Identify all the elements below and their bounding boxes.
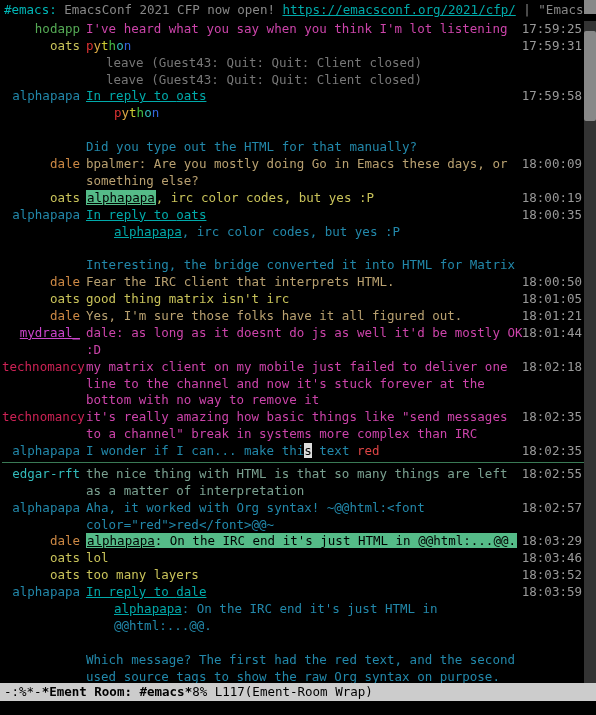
message-body: Aha, it worked with Org syntax! ~@@html:… [86,500,594,534]
compose-a: I wonder if I can... make thi [86,443,304,458]
mention[interactable]: alphapapa [86,190,156,205]
topic-text-1: EmacsConf 2021 CFP now open! [64,2,282,17]
message-row: dale Yes, I'm sure those folks have it a… [2,308,594,325]
modeline-mode: (Ement-Room Wrap) [245,684,373,701]
message-body: Which message? The first had the red tex… [86,652,594,683]
timestamp: 18:00:35 [522,207,582,224]
message-row: oats too many layers 18:03:52 [2,567,594,584]
message-row: oats alphapapa, irc color codes, but yes… [2,190,594,207]
nick: oats [2,190,86,207]
modeline-flags: -:%*- [4,684,42,701]
nick: dale [2,533,86,550]
quoted-row: alphapapa, irc color codes, but yes :P [2,224,594,241]
quoted-row: alphapapa: On the IRC end it's just HTML… [2,601,594,635]
nick: technomancy [2,409,86,426]
compose-row[interactable]: alphapapa I wonder if I can... make this… [2,443,594,460]
rb: n [124,38,132,53]
quoted-body: python [86,105,594,122]
timestamp: 17:59:25 [522,21,582,38]
nick: mydraal_ [2,325,86,342]
message-body: Fear the IRC client that interprets HTML… [86,274,594,291]
in-reply-to[interactable]: In reply to [86,88,176,103]
message-body: too many layers [86,567,594,584]
room-name: #emacs [4,2,49,17]
timestamp: 18:03:29 [522,533,582,550]
chat-area[interactable]: hodapp I've heard what you say when you … [0,21,596,683]
server-message: leave (Guest43: Quit: Quit: Client close… [86,72,594,89]
message-body: Yes, I'm sure those folks have it all fi… [86,308,594,325]
message-row: alphapapa In reply to oats 17:59:58 [2,88,594,105]
message-row: Did you type out the HTML for that manua… [2,139,594,156]
quoted-mention[interactable]: alphapapa [114,224,182,239]
cursor: s [304,443,312,458]
timestamp: 17:59:31 [522,38,582,55]
in-reply-to[interactable]: In reply to [86,584,176,599]
message-row: hodapp I've heard what you say when you … [2,21,594,38]
server-row: leave (Guest43: Quit: Quit: Client close… [2,72,594,89]
message-row: dale alphapapa: On the IRC end it's just… [2,533,594,550]
message-body: lol [86,550,594,567]
modeline-buffer: *Ement Room: #emacs* [42,684,193,701]
scrollbar[interactable] [584,21,596,683]
topic-bar: #emacs: EmacsConf 2021 CFP now open! htt… [0,0,596,21]
timestamp: 18:02:57 [522,500,582,517]
minibuffer[interactable] [0,701,596,715]
message-row: oats good thing matrix isn't irc 18:01:0… [2,291,594,308]
modeline: -:%*- *Ement Room: #emacs* 8% L117 (Emen… [0,683,596,701]
scrollbar-thumb[interactable] [584,31,596,121]
timestamp: 18:03:59 [522,584,582,601]
message-row: oats python 17:59:31 [2,38,594,55]
nick: oats [2,291,86,308]
nick: dale [2,274,86,291]
topic-sep-2: | [516,2,539,17]
rb: h [137,105,145,120]
message-body: Interesting, the bridge converted it int… [86,257,594,274]
message-row: alphapapa In reply to dale 18:03:59 [2,584,594,601]
timestamp: 18:01:44 [522,325,582,342]
emacs-window: #emacs: EmacsConf 2021 CFP now open! htt… [0,0,596,715]
rb: t [101,38,109,53]
message-row: alphapapa In reply to oats 18:00:35 [2,207,594,224]
timestamp: 18:02:35 [522,409,582,426]
rb: o [116,38,124,53]
message-body: good thing matrix isn't irc [86,291,594,308]
rb: y [122,105,130,120]
rb: t [129,105,137,120]
timestamp: 18:03:46 [522,550,582,567]
reply-target[interactable]: oats [176,88,206,103]
hscroll-thumb[interactable] [584,0,596,14]
in-reply-to[interactable]: In reply to [86,207,176,222]
nick: oats [2,38,86,55]
message-body: Did you type out the HTML for that manua… [86,139,594,156]
message-row: technomancy it's really amazing how basi… [2,409,594,443]
message-row: edgar-rft the nice thing with HTML is th… [2,466,594,500]
rb: p [86,38,94,53]
nick: alphapapa [2,88,86,105]
quoted-mention[interactable]: alphapapa [114,601,182,616]
timestamp: 18:03:52 [522,567,582,584]
rb: y [94,38,102,53]
timestamp: 18:00:50 [522,274,582,291]
timestamp: 18:00:19 [522,190,582,207]
message-row: dale Fear the IRC client that interprets… [2,274,594,291]
divider [2,462,594,463]
mention[interactable]: alphapapa [87,533,155,548]
message-row: dale bpalmer: Are you mostly doing Go in… [2,156,594,190]
compose-b: text [312,443,357,458]
quoted-row: python [2,105,594,122]
message-body: In reply to oats [86,207,594,224]
message-body: alphapapa, irc color codes, but yes :P [86,190,594,207]
rb: p [114,105,122,120]
timestamp: 18:01:21 [522,308,582,325]
timestamp: 17:59:58 [522,88,582,105]
message-row: oats lol 18:03:46 [2,550,594,567]
topic-link[interactable]: https://emacsconf.org/2021/cfp/ [282,2,515,17]
reply-target[interactable]: oats [176,207,206,222]
nick: alphapapa [2,207,86,224]
reply-target[interactable]: dale [176,584,206,599]
nick: dale [2,156,86,173]
message-body: my matrix client on my mobile just faile… [86,359,594,410]
modeline-pos: 8% L117 [192,684,245,701]
compose-text[interactable]: I wonder if I can... make this text red [86,443,594,460]
message-body: dale: as long as it doesnt do js as well… [86,325,594,359]
